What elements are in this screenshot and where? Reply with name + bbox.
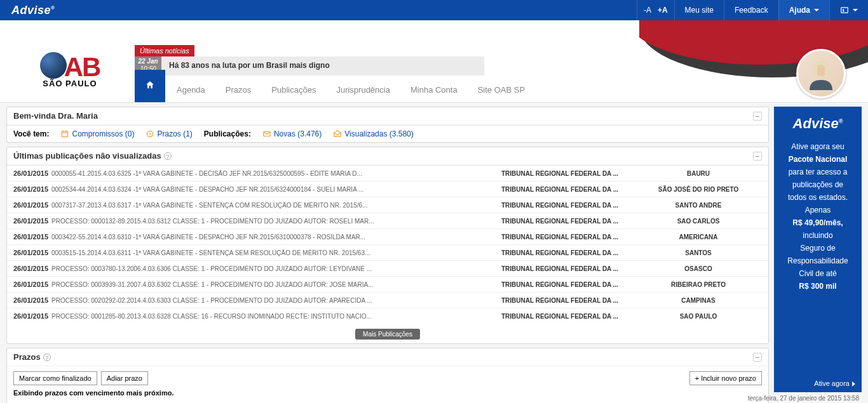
table-row[interactable]: 26/01/2015PROCESSO: 0003939-31.2007.4.03… [7, 276, 768, 292]
pub-desc: 0003515-15.2014.4.03.6311 -1ª VARA GABIN… [51, 249, 501, 256]
welcome-title: Bem-vinda Dra. Maria [13, 111, 98, 121]
pub-date: 26/01/2015 [13, 169, 51, 177]
pub-city: SANTOS [635, 249, 762, 256]
table-row[interactable]: 26/01/20150002534-44.2014.4.03.6324 -1ª … [7, 181, 768, 197]
pub-desc: 0000055-41.2015.4.03.6325 -1ª VARA GABIN… [51, 170, 501, 177]
pub-city: SÃO JOSÉ DO RIO PRETO [635, 186, 762, 193]
topbar-brand: Advise® [0, 4, 66, 17]
table-row[interactable]: 26/01/20150003515-15.2014.4.03.6311 -1ª … [7, 244, 768, 260]
pub-city: SANTO ANDRE [635, 202, 762, 209]
marcar-finalizado-button[interactable]: Marcar como finalizado [13, 371, 97, 385]
stat-novas[interactable]: Novas (3.476) [262, 129, 322, 138]
incluir-prazo-button[interactable]: + Incluir novo prazo [689, 371, 762, 385]
table-row[interactable]: 26/01/20150007317-37.2013.4.03.6317 -1ª … [7, 197, 768, 213]
pub-city: SAO PAULO [635, 313, 762, 320]
ad-price: R$ 49,90/mês, [779, 217, 857, 228]
table-row[interactable]: 26/01/2015PROCESSO: 0001285-80.2013.4.03… [7, 308, 768, 324]
pub-tribunal: TRIBUNAL REGIONAL FEDERAL DA ... [501, 186, 635, 193]
topbar-feedback[interactable]: Feedback [724, 0, 778, 20]
nav-jurisprudencia[interactable]: Jurisprudência [327, 74, 399, 102]
help-icon[interactable]: ? [164, 152, 172, 160]
nav-publicacoes[interactable]: Publicações [262, 74, 325, 102]
svg-point-1 [843, 9, 844, 10]
nav-home[interactable] [135, 70, 165, 102]
pub-date: 26/01/2015 [13, 265, 51, 272]
collapse-icon[interactable] [753, 353, 762, 362]
pub-desc: PROCESSO: 0003939-31.2007.4.03.6302 CLAS… [51, 281, 501, 288]
pub-date: 26/01/2015 [13, 217, 51, 225]
svg-rect-0 [841, 8, 848, 13]
pub-date: 26/01/2015 [13, 233, 51, 241]
pub-desc: PROCESSO: 0001285-80.2013.4.03.6328 CLAS… [51, 313, 501, 320]
pubpanel-title: Últimas publicações não visualizadas [13, 151, 161, 161]
svg-rect-3 [62, 131, 68, 137]
pub-date: 26/01/2015 [13, 201, 51, 209]
pub-desc: 0003422-55.2014.4.03.6310 -1ª VARA GABIN… [51, 234, 501, 241]
pub-tribunal: TRIBUNAL REGIONAL FEDERAL DA ... [501, 202, 635, 209]
table-row[interactable]: 26/01/20150003422-55.2014.4.03.6310 -1ª … [7, 228, 768, 244]
pub-city: AMERICANA [635, 234, 762, 241]
news-badge: Últimas notícias [135, 45, 194, 56]
prazos-panel: Prazos? Marcar como finalizado Adiar pra… [6, 348, 769, 403]
nav-siteoab[interactable]: Site OAB SP [469, 74, 534, 102]
publicacoes-panel: Últimas publicações não visualizadas? 26… [6, 147, 769, 344]
pub-date: 26/01/2015 [13, 281, 51, 288]
table-row[interactable]: 26/01/2015PROCESSO: 0000132-89.2015.4.03… [7, 213, 768, 228]
prazos-title: Prazos [13, 352, 41, 362]
stat-prazos[interactable]: Prazos (1) [146, 129, 192, 138]
adiar-prazo-button[interactable]: Adiar prazo [101, 371, 148, 385]
nav-minhaconta[interactable]: Minha Conta [402, 74, 466, 102]
stat-visualizadas[interactable]: Visualizadas (3.580) [333, 129, 414, 138]
pub-tribunal: TRIBUNAL REGIONAL FEDERAL DA ... [501, 265, 635, 272]
pub-city: SAO CARLOS [635, 218, 762, 225]
topbar-user-menu[interactable] [829, 0, 868, 20]
table-row[interactable]: 26/01/2015PROCESSO: 0020292-02.2014.4.03… [7, 292, 768, 308]
topbar-meusite[interactable]: Meu site [674, 0, 724, 20]
prazos-note: Exibindo prazos com vencimento mais próx… [13, 389, 762, 397]
stat-compromissos[interactable]: Compromissos (0) [60, 129, 134, 138]
collapse-icon[interactable] [753, 112, 762, 121]
ad-advise[interactable]: Advise® Ative agora seu Pacote Nacional … [774, 107, 862, 392]
pub-date: 26/01/2015 [13, 185, 51, 193]
voce-tem-label: Você tem: [13, 129, 49, 138]
pub-city: OSASCO [635, 265, 762, 272]
mail-icon [262, 129, 271, 138]
font-increase[interactable]: +A [658, 0, 674, 20]
avatar-image [802, 55, 840, 93]
pub-desc: PROCESSO: 0003780-13.2006.4.03.6306 CLAS… [51, 265, 501, 272]
home-icon [145, 80, 155, 90]
pub-tribunal: TRIBUNAL REGIONAL FEDERAL DA ... [501, 218, 635, 225]
collapse-icon[interactable] [753, 152, 762, 161]
nav-agenda[interactable]: Agenda [168, 74, 214, 102]
more-publicacoes-button[interactable]: Mais Publicações [355, 329, 420, 340]
help-icon[interactable]: ? [43, 353, 51, 361]
pub-city: RIBEIRAO PRETO [635, 281, 762, 288]
logo-oab: AB SÃO PAULO [13, 52, 127, 88]
avatar[interactable] [796, 49, 846, 98]
pub-tribunal: TRIBUNAL REGIONAL FEDERAL DA ... [501, 170, 635, 177]
pub-date: 26/01/2015 [13, 296, 51, 304]
header: AB SÃO PAULO Últimas notícias 22 Jan 10:… [0, 20, 868, 103]
footer-datetime: terça-feira, 27 de janeiro de 2015 13:58 [748, 395, 859, 402]
ad-cta[interactable]: Ative agora [814, 380, 855, 387]
table-row[interactable]: 26/01/20150000055-41.2015.4.03.6325 -1ª … [7, 165, 768, 181]
pub-city: BAURU [635, 170, 762, 177]
pub-date: 26/01/2015 [13, 249, 51, 256]
pub-desc: 0002534-44.2014.4.03.6324 -1ª VARA GABIN… [51, 186, 501, 193]
pub-desc: 0007317-37.2013.4.03.6317 -1ª VARA GABIN… [51, 202, 501, 209]
main-nav: Agenda Prazos Publicações Jurisprudência… [135, 70, 534, 102]
font-decrease[interactable]: -A [637, 0, 658, 20]
topbar-ajuda[interactable]: Ajuda [778, 0, 829, 20]
id-card-icon [840, 6, 849, 15]
topbar: Advise® -A +A Meu site Feedback Ajuda [0, 0, 868, 20]
publicacoes-label: Publicações: [204, 129, 251, 138]
table-row[interactable]: 26/01/2015PROCESSO: 0003780-13.2006.4.03… [7, 260, 768, 276]
pub-desc: PROCESSO: 0020292-02.2014.4.03.6303 CLAS… [51, 297, 501, 304]
pub-tribunal: TRIBUNAL REGIONAL FEDERAL DA ... [501, 297, 635, 304]
pub-city: CAMPINAS [635, 297, 762, 304]
nav-prazos[interactable]: Prazos [217, 74, 260, 102]
mail-open-icon [333, 129, 342, 138]
pub-tribunal: TRIBUNAL REGIONAL FEDERAL DA ... [501, 249, 635, 256]
clock-icon [146, 129, 154, 138]
pub-desc: PROCESSO: 0000132-89.2015.4.03.6312 CLAS… [51, 218, 501, 225]
